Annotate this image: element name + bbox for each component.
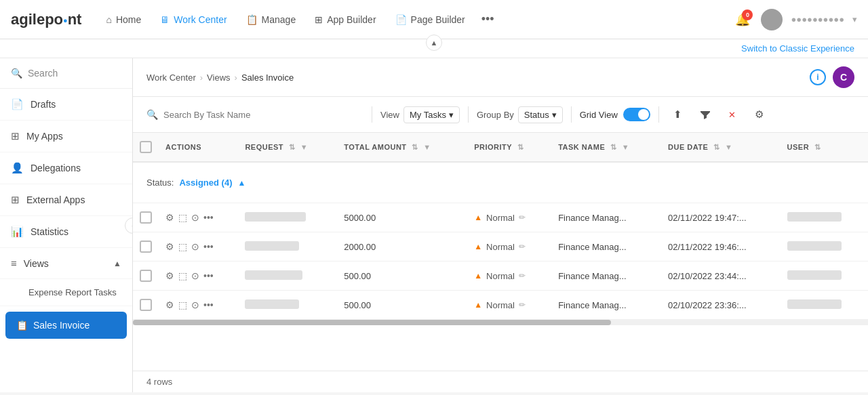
myapps-icon: ⊞ [11, 130, 20, 142]
horizontal-scrollbar-track[interactable] [133, 320, 868, 325]
search-input[interactable] [163, 110, 363, 120]
row4-actions: ⚙ ⬚ ⊙ ••• [165, 299, 231, 310]
row4-checkbox[interactable] [140, 299, 152, 311]
logo: agilepo●nt [11, 11, 81, 28]
sidebar-views-header[interactable]: ≡ Views ▲ [0, 248, 132, 279]
notification-button[interactable]: 🔔 0 [732, 9, 753, 30]
user-avatar[interactable] [761, 9, 783, 30]
row4-clock-icon[interactable]: ⊙ [191, 299, 199, 310]
row-count: 4 rows [146, 377, 172, 387]
sidebar-item-delegations-label: Delegations [31, 163, 81, 173]
th-duedate-label: DUE DATE [668, 143, 708, 151]
totalamount-sort-icon[interactable]: ⇅ [412, 143, 418, 151]
sales-invoice-icon: 📋 [16, 320, 28, 331]
row1-more-icon[interactable]: ••• [203, 212, 214, 223]
nav-appbuilder[interactable]: ⊞ App Builder [307, 10, 384, 29]
user-circle-button[interactable]: C [833, 66, 854, 88]
classic-experience-link[interactable]: Switch to Classic Experience [741, 43, 854, 54]
status-collapse-icon[interactable]: ▲ [237, 178, 245, 188]
taskname-sort-icon[interactable]: ⇅ [610, 143, 617, 151]
row1-priority-edit-icon[interactable]: ✏ [519, 213, 526, 222]
th-priority-label: PRIORITY [474, 143, 512, 151]
row4-export-icon[interactable]: ⬚ [178, 299, 187, 310]
nav-workcenter[interactable]: 🖥 Work Center [152, 10, 235, 29]
sidebar-sub-expense-label: Expense Report Tasks [28, 287, 117, 297]
sidebar-views-left: ≡ Views [11, 257, 49, 269]
user-sort-icon[interactable]: ⇅ [814, 143, 821, 151]
filter-button[interactable] [694, 104, 716, 125]
nav-manage[interactable]: 📋 Manage [238, 10, 304, 29]
user-name[interactable]: ●●●●●●●●●● [791, 14, 844, 24]
manage-icon: 📋 [246, 14, 258, 25]
totalamount-filter-icon[interactable]: ▼ [423, 143, 431, 151]
row2-more-icon[interactable]: ••• [203, 241, 214, 252]
row1-settings-icon[interactable]: ⚙ [165, 212, 174, 223]
select-all-checkbox[interactable] [140, 141, 152, 153]
nav-more-button[interactable]: ••• [476, 9, 500, 29]
status-group-header: Status: Assigned (4) ▲ [140, 169, 861, 196]
top-nav: agilepo●nt ⌂ Home 🖥 Work Center 📋 Manage… [0, 0, 868, 39]
duedate-filter-icon[interactable]: ▼ [725, 143, 732, 151]
duedate-sort-icon[interactable]: ⇅ [713, 143, 720, 151]
gridview-switch[interactable] [623, 108, 650, 121]
row1-export-icon[interactable]: ⬚ [178, 212, 187, 223]
toggle-knob [638, 109, 649, 120]
row4-request-value [245, 299, 299, 309]
user-dropdown-icon[interactable]: ▾ [852, 14, 857, 24]
nav-home[interactable]: ⌂ Home [98, 10, 149, 29]
gridview-label: Grid View [580, 110, 618, 120]
row4-settings-icon[interactable]: ⚙ [165, 299, 174, 310]
sidebar-item-externalapps[interactable]: ⊞ External Apps [0, 184, 132, 216]
sidebar-item-delegations[interactable]: 👤 Delegations [0, 152, 132, 184]
sidebar-item-statistics[interactable]: 📊 Statistics [0, 216, 132, 248]
workcenter-icon: 🖥 [160, 14, 170, 25]
row2-checkbox[interactable] [140, 241, 152, 253]
horizontal-scrollbar-thumb[interactable] [133, 320, 611, 325]
row1-clock-icon[interactable]: ⊙ [191, 212, 199, 223]
request-filter-icon[interactable]: ▼ [300, 143, 308, 151]
row1-amount-value: 5000.00 [344, 213, 376, 223]
sidebar-item-drafts[interactable]: 📄 Drafts [0, 89, 132, 121]
breadcrumb: Work Center › Views › Sales Invoice i C [133, 58, 868, 97]
breadcrumb-views[interactable]: Views [207, 72, 230, 83]
nav-pagebuilder[interactable]: 📄 Page Builder [387, 10, 473, 29]
sidebar-item-myapps[interactable]: ⊞ My Apps [0, 121, 132, 152]
export-button[interactable]: ⬆ [667, 104, 689, 125]
main-content: Work Center › Views › Sales Invoice i C … [133, 58, 868, 392]
row4-more-icon[interactable]: ••• [203, 299, 214, 310]
settings-button[interactable]: ⚙ [749, 104, 770, 125]
row3-priority-edit-icon[interactable]: ✏ [519, 271, 526, 280]
breadcrumb-workcenter[interactable]: Work Center [146, 72, 196, 83]
view-dropdown[interactable]: My Tasks ▾ [403, 106, 460, 123]
row1-checkbox[interactable] [140, 211, 152, 224]
row3-priority-cell: ▲ Normal ✏ [467, 262, 551, 291]
request-sort-icon[interactable]: ⇅ [289, 143, 296, 151]
clear-filter-button[interactable]: ✕ [722, 104, 743, 125]
row2-settings-icon[interactable]: ⚙ [165, 241, 174, 252]
row3-clock-icon[interactable]: ⊙ [191, 270, 199, 281]
row1-duedate-cell: 02/11/2022 19:47:... [661, 203, 781, 232]
sidebar-search[interactable]: 🔍 Search [0, 58, 132, 89]
row3-export-icon[interactable]: ⬚ [178, 270, 187, 281]
sidebar-views-label: Views [24, 258, 49, 269]
row2-clock-icon[interactable]: ⊙ [191, 241, 199, 252]
priority-sort-icon[interactable]: ⇅ [517, 143, 524, 151]
row1-amount-cell: 5000.00 [337, 203, 467, 232]
nav-collapse-button[interactable]: ▲ [426, 35, 442, 51]
sidebar-item-drafts-label: Drafts [31, 99, 56, 110]
sidebar-sub-expense-report[interactable]: Expense Report Tasks [0, 279, 132, 306]
row4-priority-edit-icon[interactable]: ✏ [519, 300, 526, 310]
info-button[interactable]: i [810, 69, 826, 85]
row3-checkbox[interactable] [140, 270, 152, 282]
table-header-row: ACTIONS REQUEST ⇅ ▼ TOTAL AMOUNT ⇅ ▼ [133, 133, 868, 162]
views-collapse-icon: ▲ [113, 259, 121, 268]
row3-request-value [245, 270, 302, 280]
row2-priority-cell: ▲ Normal ✏ [467, 232, 551, 262]
groupby-dropdown[interactable]: Status ▾ [518, 106, 563, 123]
sidebar-item-sales-invoice[interactable]: 📋 Sales Invoice [5, 312, 127, 339]
row2-priority-edit-icon[interactable]: ✏ [519, 242, 526, 251]
row3-settings-icon[interactable]: ⚙ [165, 270, 174, 281]
row3-more-icon[interactable]: ••• [203, 270, 214, 281]
row2-export-icon[interactable]: ⬚ [178, 241, 187, 252]
taskname-filter-icon[interactable]: ▼ [622, 143, 629, 151]
